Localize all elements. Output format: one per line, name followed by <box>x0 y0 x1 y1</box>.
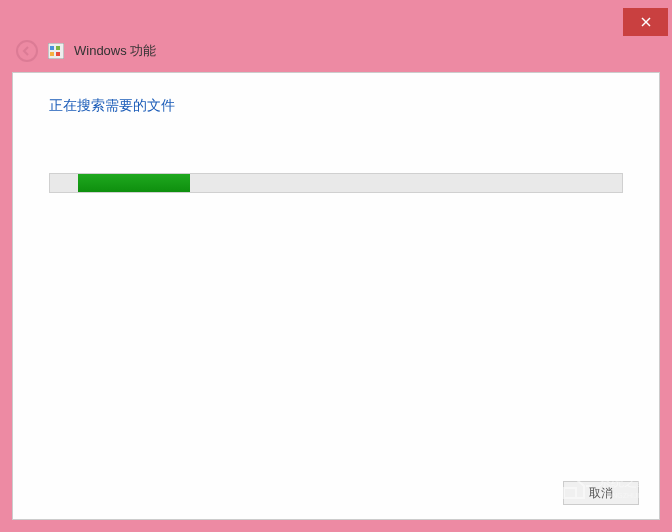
watermark: 系统之家 XTONGZHIJIA.NET <box>548 456 658 508</box>
status-text: 正在搜索需要的文件 <box>13 73 659 123</box>
window-title: Windows 功能 <box>74 42 156 60</box>
svg-rect-2 <box>48 43 64 59</box>
content-area: 正在搜索需要的文件 取消 <box>12 72 660 520</box>
titlebar <box>0 0 672 40</box>
svg-rect-5 <box>50 52 54 56</box>
close-button[interactable] <box>623 8 668 36</box>
watermark-text: 系统之家 <box>598 474 650 489</box>
close-icon <box>641 17 651 27</box>
svg-rect-4 <box>56 46 60 50</box>
header: Windows 功能 <box>0 40 672 72</box>
progress-fill <box>78 174 190 192</box>
back-button[interactable] <box>16 40 38 62</box>
svg-rect-3 <box>50 46 54 50</box>
progress-bar <box>49 173 623 193</box>
arrow-left-icon <box>21 45 33 57</box>
windows-features-icon <box>48 43 64 59</box>
window-frame: Windows 功能 正在搜索需要的文件 取消 系统之家 XTONGZHIJIA… <box>0 0 672 532</box>
svg-rect-6 <box>56 52 60 56</box>
svg-text:XTONGZHIJIA.NET: XTONGZHIJIA.NET <box>598 492 658 499</box>
